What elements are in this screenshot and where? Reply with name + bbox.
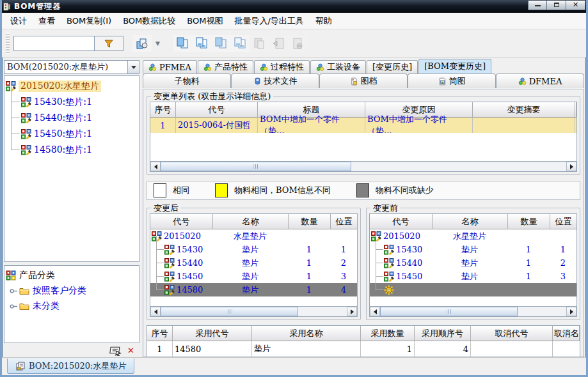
tab-sub-materials[interactable]: 子物料 <box>143 73 231 88</box>
delete-x-icon[interactable]: ✕ <box>127 346 134 355</box>
tab-product-properties[interactable]: 产品特性 <box>198 60 253 73</box>
before-row[interactable]: 15450 垫片 1 3 <box>370 270 576 283</box>
scroll-left-button[interactable] <box>370 307 380 316</box>
column-header[interactable]: 代号 <box>176 102 258 118</box>
scroll-right-button[interactable] <box>566 307 576 316</box>
after-row-selected[interactable]: 14580 垫片 1 4 <box>150 283 357 296</box>
scroll-left-button[interactable] <box>150 162 161 171</box>
bom-stack-button[interactable] <box>132 35 152 52</box>
before-row[interactable]: 15440 垫片 1 2 <box>370 256 576 270</box>
copy-alt-button[interactable] <box>211 35 230 52</box>
change-order-hscrollbar[interactable] <box>150 161 576 171</box>
column-header[interactable]: 采用数量 <box>361 326 415 341</box>
copy-with-data-button[interactable] <box>192 35 211 52</box>
menu-view[interactable]: 查看 <box>33 13 61 29</box>
tab-pfmea[interactable]: PFMEA <box>143 60 197 73</box>
bom-tree-item[interactable]: 14580:垫片:1 <box>6 142 138 158</box>
menu-batch-import-export[interactable]: 批量导入/导出工具 <box>228 13 309 29</box>
scroll-thumb[interactable] <box>161 307 298 316</box>
scroll-track[interactable] <box>161 307 347 316</box>
column-header[interactable]: 序号 <box>150 102 176 118</box>
paste-button[interactable] <box>250 35 269 52</box>
bom-tree-root[interactable]: 2015020:水星垫片 <box>6 78 138 94</box>
scroll-track[interactable] <box>161 162 566 171</box>
change-order-row[interactable]: 1 2015-0064-付国哲 BOM中增加一个零件（垫... BOM中增加一个… <box>150 118 576 133</box>
cell-qty <box>288 229 330 243</box>
tab-bom-change-history[interactable]: [BOM变更历史] <box>418 59 491 73</box>
column-header[interactable]: 位置 <box>331 214 358 229</box>
tab-process-properties[interactable]: 过程特性 <box>254 60 310 73</box>
arrow-left-icon <box>154 164 157 169</box>
tab-change-history[interactable]: [变更历史] <box>367 60 418 73</box>
column-header[interactable]: 采用代号 <box>173 326 252 341</box>
import-doc-button[interactable] <box>269 35 288 52</box>
filter-button[interactable] <box>94 36 123 51</box>
bom-tree-item[interactable]: 15430:垫片:1 <box>6 94 138 110</box>
menu-bom-copy[interactable]: BOM复制(I) <box>61 13 117 29</box>
expand-handle-icon[interactable] <box>10 287 18 295</box>
copy-button[interactable] <box>173 35 192 52</box>
after-row-root[interactable]: 2015020 水星垫片 <box>150 229 357 243</box>
category-item[interactable]: 按照客户分类 <box>6 283 138 298</box>
minimize-button[interactable] <box>528 1 547 10</box>
after-row[interactable]: 15440 垫片 1 2 <box>150 256 357 270</box>
column-header[interactable]: 名称 <box>433 214 508 229</box>
tree-connector <box>376 277 383 290</box>
before-row-root[interactable]: 2015020 水星垫片 <box>370 229 576 243</box>
category-root-label: 产品分类 <box>19 270 55 281</box>
column-header[interactable]: 代号 <box>150 214 213 229</box>
combo-dropdown-button[interactable] <box>127 61 139 73</box>
remove-doc-button[interactable] <box>288 35 307 52</box>
cell-qty: 1 <box>288 270 330 283</box>
close-button[interactable]: ✕ <box>566 1 585 10</box>
open-bom-tab[interactable]: BOM:2015020:水星垫片 <box>7 358 134 374</box>
column-header[interactable]: 数量 <box>508 214 550 229</box>
toolbar-grip[interactable] <box>6 33 10 54</box>
scroll-thumb[interactable] <box>380 307 518 316</box>
hand-card-icon[interactable] <box>109 345 122 356</box>
cell-qty: 1 <box>507 256 550 270</box>
menu-help[interactable]: 帮助 <box>310 13 338 29</box>
column-header[interactable]: 采用顺序号 <box>415 326 471 341</box>
bom-select-combo[interactable]: BOM(2015020:水星垫片) <box>4 60 139 74</box>
column-header[interactable]: 取消名 <box>553 326 580 341</box>
column-header[interactable]: 数量 <box>289 214 331 229</box>
adoption-row[interactable]: 1 14580 垫片 1 4 <box>147 341 580 357</box>
column-header[interactable]: 取消代号 <box>471 326 553 341</box>
menu-bom-compare[interactable]: BOM数据比较 <box>117 13 181 29</box>
expand-handle-icon[interactable] <box>10 302 18 311</box>
tab-label: 图档 <box>361 75 377 87</box>
column-header[interactable]: 序号 <box>147 326 173 341</box>
after-hscrollbar[interactable] <box>150 306 357 316</box>
column-header[interactable]: 变更摘要 <box>473 102 575 118</box>
tab-drawings[interactable]: 图档 <box>319 73 408 88</box>
scroll-track[interactable] <box>380 307 566 316</box>
column-header[interactable]: 代号 <box>370 214 433 229</box>
column-header[interactable]: 名称 <box>213 214 289 229</box>
search-input[interactable] <box>13 36 94 51</box>
before-row[interactable]: 15430 垫片 1 1 <box>370 243 576 256</box>
after-row[interactable]: 15450 垫片 1 3 <box>150 270 357 283</box>
menu-bom-views[interactable]: BOM视图 <box>181 13 228 29</box>
maximize-button[interactable] <box>547 1 566 10</box>
bom-tree-item[interactable]: 15440:垫片:1 <box>6 110 138 126</box>
tab-dfmea[interactable]: DFMEA <box>496 73 584 88</box>
before-row-missing[interactable] <box>370 283 576 296</box>
after-row[interactable]: 15430 垫片 1 1 <box>150 243 357 256</box>
category-item[interactable]: 未分类 <box>6 298 138 314</box>
scroll-right-button[interactable] <box>566 162 576 171</box>
bom-tree-item[interactable]: 15450:垫片:1 <box>6 126 138 142</box>
tab-sketch[interactable]: 简图 <box>408 73 496 88</box>
scroll-right-button[interactable] <box>347 307 357 316</box>
copy-alt2-button[interactable] <box>230 35 250 52</box>
scroll-left-button[interactable] <box>150 307 161 316</box>
tab-tooling-equipment[interactable]: 工装设备 <box>310 60 366 73</box>
tab-technical-files[interactable]: 技术文件 <box>231 73 319 88</box>
scroll-thumb[interactable] <box>161 162 351 171</box>
category-root[interactable]: 产品分类 <box>6 268 138 283</box>
before-hscrollbar[interactable] <box>370 306 576 316</box>
menu-design[interactable]: 设计 <box>4 13 33 29</box>
column-header[interactable]: 采用名称 <box>252 326 361 341</box>
dropdown-arrow-icon[interactable]: ▼ <box>152 40 164 47</box>
column-header[interactable]: 位置 <box>550 214 577 229</box>
